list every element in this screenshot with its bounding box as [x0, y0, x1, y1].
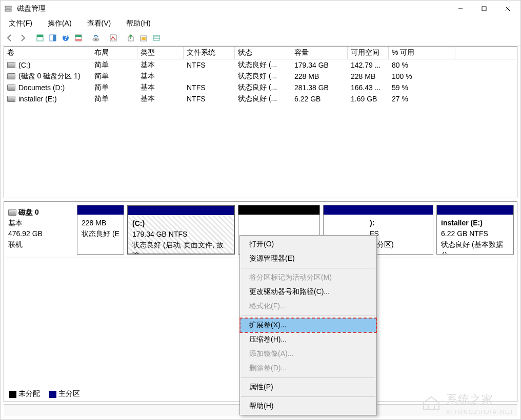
partition-system-reserved[interactable]: 228 MB 状态良好 (E [77, 205, 124, 255]
help-icon[interactable]: ? [59, 32, 72, 44]
refresh-icon[interactable] [90, 32, 102, 44]
ctx-explorer[interactable]: 资源管理器(E) [240, 251, 376, 266]
disk-status: 联机 [8, 240, 23, 248]
legend-unalloc-swatch [9, 391, 16, 398]
disk-type: 基本 [8, 219, 23, 227]
ctx-extend[interactable]: 扩展卷(X)... [240, 318, 376, 332]
toolbar: ? [1, 30, 520, 46]
svg-rect-21 [153, 35, 159, 40]
svg-rect-13 [75, 35, 82, 37]
svg-rect-14 [75, 39, 82, 41]
svg-rect-0 [5, 6, 11, 8]
ctx-delete: 删除卷(D)... [240, 361, 376, 375]
nav-back-button[interactable] [4, 32, 16, 44]
context-menu: 打开(O) 资源管理器(E) 将分区标记为活动分区(M) 更改驱动器号和路径(C… [239, 235, 377, 415]
svg-rect-20 [142, 37, 146, 40]
ctx-changepath[interactable]: 更改驱动器号和路径(C)... [240, 285, 376, 299]
menu-file[interactable]: 文件(F) [6, 18, 35, 29]
ctx-properties[interactable]: 属性(P) [240, 380, 376, 394]
disk-icon [8, 209, 16, 216]
drive-icon [7, 85, 15, 91]
maximize-button[interactable] [472, 1, 496, 16]
svg-rect-9 [53, 35, 56, 41]
window-title: 磁盘管理 [17, 4, 449, 13]
action3-icon[interactable] [150, 32, 163, 44]
ctx-markactive: 将分区标记为活动分区(M) [240, 270, 376, 285]
ctx-addmirror: 添加镜像(A)... [240, 347, 376, 361]
action2-icon[interactable] [137, 32, 150, 44]
app-icon [4, 4, 13, 13]
menu-view[interactable]: 查看(V) [84, 18, 114, 29]
ctx-shrink[interactable]: 压缩卷(H)... [240, 332, 376, 347]
ctx-open[interactable]: 打开(O) [240, 237, 376, 251]
svg-rect-7 [37, 35, 43, 37]
minimize-button[interactable] [449, 1, 472, 16]
nav-forward-button[interactable] [16, 32, 29, 44]
legend-unalloc-label: 未分配 [18, 389, 40, 397]
volume-list: 卷 布局 类型 文件系统 状态 容量 可用空间 % 可用 (C:) 简单 基本 … [4, 46, 517, 198]
ctx-help[interactable]: 帮助(H) [240, 399, 376, 413]
volume-row[interactable]: (C:) 简单 基本 NTFS 状态良好 (... 179.34 GB 142.… [4, 59, 517, 71]
toolbar-layout1-icon[interactable] [34, 32, 46, 44]
drive-icon [7, 73, 15, 79]
volume-row[interactable]: installer (E:) 简单 基本 NTFS 状态良好 (... 6.22… [4, 93, 517, 104]
col-capacity[interactable]: 容量 [291, 47, 348, 59]
action1-icon[interactable] [125, 32, 137, 44]
volume-row[interactable]: (磁盘 0 磁盘分区 1) 简单 基本 状态良好 (... 228 MB 228… [4, 71, 517, 82]
partition-e[interactable]: installer (E:) 6.22 GB NTFS 状态良好 (基本数据分 [436, 205, 514, 255]
close-button[interactable] [496, 1, 519, 16]
col-layout[interactable]: 布局 [91, 47, 137, 59]
svg-rect-1 [5, 9, 11, 11]
partition-c[interactable]: (C:) 179.34 GB NTFS 状态良好 (启动, 页面文件, 故障 [127, 205, 235, 255]
disk-label: 磁盘 0 [18, 208, 39, 216]
col-volume[interactable]: 卷 [4, 47, 91, 59]
disk-size: 476.92 GB [8, 229, 43, 238]
menu-action[interactable]: 操作(A) [45, 18, 75, 29]
drive-icon [7, 62, 15, 68]
volume-list-header: 卷 布局 类型 文件系统 状态 容量 可用空间 % 可用 [4, 47, 517, 59]
toolbar-layout2-icon[interactable] [47, 32, 59, 44]
col-type[interactable]: 类型 [137, 47, 184, 59]
properties-icon[interactable] [107, 32, 119, 44]
menu-bar: 文件(F) 操作(A) 查看(V) 帮助(H) [1, 17, 520, 30]
toolbar-layout3-icon[interactable] [72, 32, 85, 44]
ctx-format: 格式化(F)... [240, 299, 376, 313]
legend-primary-label: 主分区 [58, 389, 80, 397]
title-bar: 磁盘管理 [1, 1, 520, 17]
disk-info[interactable]: 磁盘 0 基本 476.92 GB 联机 [7, 205, 74, 255]
svg-point-16 [95, 39, 97, 40]
col-filesystem[interactable]: 文件系统 [184, 47, 235, 59]
volume-row[interactable]: Documets (D:) 简单 基本 NTFS 状态良好 (... 281.3… [4, 82, 517, 93]
drive-icon [7, 96, 15, 102]
watermark: 系统之家 XITONGZHIJIA.NET [422, 392, 514, 415]
col-free[interactable]: 可用空间 [348, 47, 389, 59]
svg-rect-3 [482, 7, 486, 11]
menu-help[interactable]: 帮助(H) [123, 18, 153, 29]
legend-primary-swatch [49, 391, 56, 398]
col-status[interactable]: 状态 [235, 47, 291, 59]
col-pct[interactable]: % 可用 [389, 47, 455, 59]
svg-text:?: ? [64, 34, 68, 41]
